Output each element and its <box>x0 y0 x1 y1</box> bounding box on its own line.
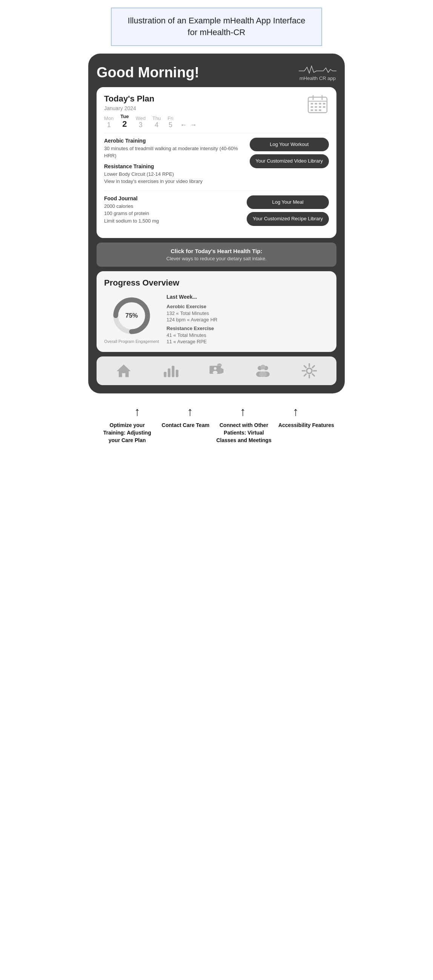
resistance-body: Lower Body Circuit (12-14 RPE)View in to… <box>104 170 245 185</box>
greeting-text: Good Morning! <box>97 65 199 81</box>
up-arrow-connect-icon: ↑ <box>240 405 246 418</box>
day-wed[interactable]: Wed 3 <box>135 115 146 129</box>
resistance-title: Resistance Training <box>104 163 245 169</box>
group-icon <box>255 363 271 379</box>
todays-plan-card: Today's Plan January 2024 Mon 1 Tue 2 We… <box>97 87 336 239</box>
aerobic-stat-title: Aerobic Exercise <box>167 304 329 309</box>
aerobic-body: 30 minutes of treadmill walking at moder… <box>104 145 245 159</box>
up-arrow-contact-icon: ↑ <box>187 405 193 418</box>
phone-frame: Good Morning! mHealth CR app Today's Pla… <box>88 54 345 394</box>
heart-tip-box[interactable]: Click for Today's Heart Health Tip: Clev… <box>97 243 336 267</box>
resistance-minutes: 41 « Total Minutes <box>167 332 329 338</box>
up-arrow-optimize-icon: ↑ <box>134 405 140 418</box>
donut-label: Overall Program Engagement <box>104 339 159 344</box>
progress-title: Progress Overview <box>104 278 329 288</box>
arrow-accessibility: ↑ <box>293 405 299 419</box>
log-meal-button[interactable]: Log Your Meal <box>247 196 329 209</box>
prev-arrow-icon[interactable]: ← <box>180 121 187 129</box>
gear-icon <box>301 363 318 379</box>
svg-line-43 <box>304 366 306 368</box>
svg-rect-11 <box>323 106 325 108</box>
svg-point-37 <box>259 372 267 377</box>
plan-title: Today's Plan <box>104 94 306 104</box>
aerobic-hr: 124 bpm « Average HR <box>167 317 329 323</box>
food-title: Food Journal <box>104 196 242 201</box>
up-arrow-access-icon: ↑ <box>293 405 299 418</box>
aerobic-minutes: 132 « Total Minutes <box>167 310 329 316</box>
nav-settings[interactable] <box>301 363 318 379</box>
svg-rect-8 <box>311 106 313 108</box>
days-row: Mon 1 Tue 2 Wed 3 Thu 4 <box>104 113 306 129</box>
calendar-svg <box>307 94 328 114</box>
donut-svg: 75% <box>111 295 152 336</box>
day-fri[interactable]: Fri 5 <box>167 115 173 129</box>
page-title: Illustration of an Example mHealth App I… <box>111 8 322 46</box>
home-icon <box>115 363 132 379</box>
food-buttons: Log Your Meal Your Customized Recipe Lib… <box>247 196 329 226</box>
food-body: 2000 calories100 grams of proteinLimit s… <box>104 202 242 225</box>
workout-text: Aerobic Training 30 minutes of treadmill… <box>104 138 250 185</box>
svg-rect-7 <box>323 103 325 104</box>
svg-point-25 <box>214 368 216 370</box>
svg-rect-22 <box>176 370 178 377</box>
svg-point-30 <box>219 365 220 366</box>
day-thu[interactable]: Thu 4 <box>152 115 161 129</box>
svg-rect-21 <box>172 366 174 377</box>
food-text: Food Journal 2000 calories100 grams of p… <box>104 196 247 225</box>
last-week-label: Last Week... <box>167 294 329 300</box>
calendar-icon[interactable] <box>306 94 329 114</box>
svg-point-38 <box>307 368 312 374</box>
svg-point-36 <box>261 365 266 370</box>
svg-rect-9 <box>315 106 317 108</box>
donut-chart: 75% Overall Program Engagement <box>104 295 159 344</box>
nav-home[interactable] <box>115 363 132 379</box>
progress-card: Progress Overview 75% Overall Program En… <box>97 271 336 352</box>
nav-telemedicine[interactable] <box>208 363 225 379</box>
calendar-nav: ← → <box>180 121 197 129</box>
heart-tip-title: Click for Today's Heart Health Tip: <box>104 248 329 254</box>
recipe-library-button[interactable]: Your Customized Recipe Library <box>247 212 329 226</box>
nav-progress[interactable] <box>162 363 178 379</box>
brand-logo: mHealth CR app <box>299 64 336 81</box>
workout-section: Aerobic Training 30 minutes of treadmill… <box>104 133 329 185</box>
svg-rect-14 <box>319 110 321 111</box>
svg-rect-6 <box>319 103 321 104</box>
workout-buttons: Log Your Workout Your Customized Video L… <box>250 138 329 169</box>
day-tue[interactable]: Tue 2 <box>120 113 129 129</box>
annotation-accessibility: Accessibility Features <box>279 422 334 444</box>
svg-rect-12 <box>311 110 313 111</box>
day-mon[interactable]: Mon 1 <box>104 115 113 129</box>
nav-community[interactable] <box>255 363 271 379</box>
progress-body: 75% Overall Program Engagement Last Week… <box>104 294 329 345</box>
svg-line-44 <box>313 374 315 376</box>
svg-point-31 <box>220 365 221 366</box>
food-section: Food Journal 2000 calories100 grams of p… <box>104 191 329 226</box>
video-library-button[interactable]: Your Customized Video Library <box>250 154 329 168</box>
svg-marker-24 <box>221 368 223 374</box>
arrow-contact: ↑ <box>187 405 193 419</box>
video-doctor-icon <box>208 363 225 379</box>
resistance-stat-title: Resistance Exercise <box>167 326 329 331</box>
heart-tip-body: Clever ways to reduce your dietary salt … <box>104 256 329 261</box>
annotations: ↑ ↑ ↑ ↑ Optimize your Training: Adjustin… <box>88 405 345 444</box>
ecg-icon <box>299 64 336 75</box>
annotation-connect: Connect with Other Patients: Virtual Cla… <box>216 422 272 444</box>
arrows-row: ↑ ↑ ↑ ↑ <box>96 405 337 419</box>
svg-rect-5 <box>315 103 317 104</box>
next-arrow-icon[interactable]: → <box>190 121 197 129</box>
resistance-rpe: 11 « Average RPE <box>167 339 329 344</box>
annotation-optimize: Optimize your Training: Adjusting your C… <box>99 422 155 444</box>
svg-line-46 <box>304 374 306 376</box>
svg-text:75%: 75% <box>125 312 138 318</box>
svg-rect-4 <box>311 103 313 104</box>
log-workout-button[interactable]: Log Your Workout <box>250 138 329 152</box>
svg-point-29 <box>218 365 218 366</box>
bottom-nav <box>97 356 336 385</box>
svg-rect-20 <box>168 369 170 377</box>
svg-rect-13 <box>315 110 317 111</box>
svg-line-45 <box>313 366 315 368</box>
annotation-contact: Contact Care Team <box>162 422 210 444</box>
progress-stats: Last Week... Aerobic Exercise 132 « Tota… <box>167 294 329 345</box>
svg-rect-19 <box>164 372 166 377</box>
month-label: January 2024 <box>104 105 306 111</box>
